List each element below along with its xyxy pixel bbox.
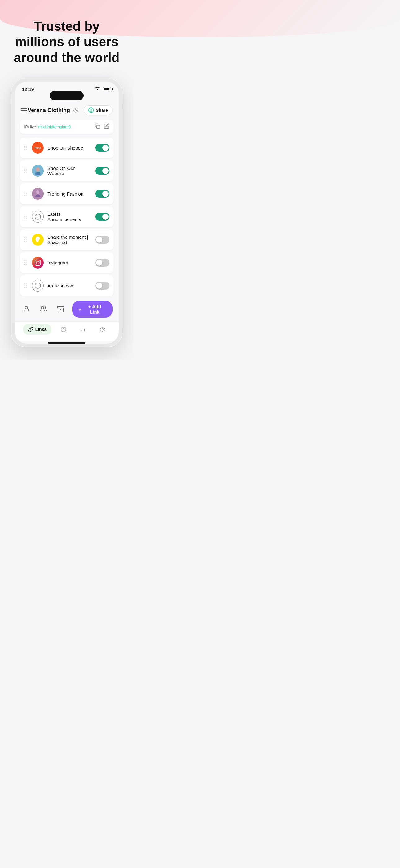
toggle-announcements[interactable] [95, 213, 109, 221]
toggle-shopee[interactable] [95, 144, 109, 152]
drag-handle[interactable] [24, 168, 28, 173]
announce-icon [32, 211, 44, 223]
toggle-fashion[interactable] [95, 190, 109, 198]
svg-rect-1 [97, 125, 100, 128]
battery-icon [103, 87, 111, 91]
share-button[interactable]: Share [84, 105, 112, 115]
app-header: Verana Clothing Share [14, 102, 119, 120]
hero-title: Trusted by millions of users around the … [0, 0, 133, 78]
phone-mockup: 12:19 Verana Clothing [11, 78, 123, 347]
svg-point-13 [36, 261, 39, 264]
instagram-icon [32, 257, 44, 269]
header-actions: Share [71, 105, 112, 115]
menu-line-1 [21, 108, 27, 108]
fashion-icon [32, 188, 44, 199]
link-label-announcements: Latest Announcements [47, 211, 92, 222]
design-nav-icon [61, 327, 66, 332]
link-label-shopee: Shop On Shopee [47, 145, 92, 151]
link-item-announcements: Latest Announcements [20, 207, 114, 227]
share-circle-icon [88, 107, 94, 113]
toggle-snapchat[interactable] [95, 236, 109, 244]
link-label-amazon: Amazon.com [47, 283, 92, 288]
link-item-instagram: Instagram [20, 252, 114, 273]
link-item-website: Shop On Our Website [20, 160, 114, 181]
status-bar: 12:19 [14, 82, 119, 92]
svg-point-8 [36, 190, 39, 194]
live-url-bar: It's live: nexl.ink/template3 [20, 120, 114, 134]
drag-handle[interactable] [24, 215, 28, 219]
drag-handle[interactable] [24, 191, 28, 196]
drag-handle[interactable] [24, 238, 28, 242]
archive-action-button[interactable] [55, 304, 66, 315]
status-time: 12:19 [22, 87, 34, 92]
nav-links-label: Links [35, 327, 47, 332]
dynamic-island [14, 91, 119, 100]
add-link-plus-icon: + [78, 307, 81, 312]
copy-icon[interactable] [95, 123, 100, 130]
menu-line-2 [21, 110, 27, 111]
svg-rect-12 [35, 260, 41, 266]
toggle-amazon[interactable] [95, 282, 109, 290]
live-bar-actions [95, 123, 109, 130]
status-icons [95, 86, 111, 92]
drag-handle[interactable] [24, 146, 28, 150]
bottom-nav: Links [14, 321, 119, 341]
link-item-amazon: Amazon.com [20, 275, 114, 296]
link-label-instagram: Instagram [47, 260, 92, 266]
link-label-snapchat: Share the moment | Snapchat [47, 235, 92, 245]
debug-button[interactable] [71, 105, 80, 115]
share-label: Share [96, 108, 108, 113]
app-title: Verana Clothing [28, 107, 70, 114]
preview-nav-icon [100, 327, 105, 332]
toggle-website[interactable] [95, 167, 109, 175]
link-item-shopee: Shop Shop On Shopee [20, 137, 114, 158]
svg-point-0 [75, 110, 76, 111]
nav-analytics[interactable] [75, 324, 91, 335]
svg-rect-20 [57, 306, 64, 308]
links-nav-icon [28, 327, 33, 332]
svg-point-14 [39, 261, 40, 262]
svg-point-19 [41, 306, 44, 309]
svg-point-18 [25, 306, 28, 309]
drag-handle[interactable] [24, 283, 28, 288]
menu-line-3 [21, 112, 27, 113]
wifi-icon [95, 86, 101, 92]
link-item-fashion: Trending Fashion [20, 183, 114, 204]
svg-point-22 [63, 329, 64, 330]
nav-design[interactable] [56, 324, 71, 335]
svg-rect-6 [35, 172, 40, 176]
website-icon [32, 165, 44, 177]
links-list: Shop Shop On Shopee [14, 137, 119, 296]
live-url[interactable]: nexl.ink/template3 [38, 124, 71, 129]
edit-icon[interactable] [104, 123, 109, 130]
snapchat-icon [32, 234, 44, 246]
bottom-action-bar: + + Add Link [14, 296, 119, 321]
menu-button[interactable] [21, 108, 27, 113]
drag-handle[interactable] [24, 260, 28, 265]
add-link-label: + Add Link [83, 304, 106, 314]
island-pill [49, 91, 84, 100]
svg-point-5 [36, 167, 40, 172]
toggle-instagram[interactable] [95, 258, 109, 267]
link-label-fashion: Trending Fashion [47, 191, 92, 196]
svg-point-26 [102, 329, 104, 330]
live-bar-prefix: It's live: nexl.ink/template3 [24, 124, 71, 129]
shopee-icon: Shop [32, 142, 44, 154]
link-label-website: Shop On Our Website [47, 165, 92, 176]
nav-preview[interactable] [95, 324, 110, 335]
amazon-icon [32, 280, 44, 291]
svg-text:Shop: Shop [35, 147, 41, 150]
group-action-button[interactable] [38, 304, 49, 315]
analytics-nav-icon [80, 327, 86, 332]
add-link-button[interactable]: + + Add Link [72, 301, 112, 318]
phone-screen: 12:19 Verana Clothing [14, 82, 119, 344]
home-indicator [48, 342, 85, 344]
profile-action-button[interactable] [21, 304, 32, 315]
link-item-snapchat: Share the moment | Snapchat [20, 229, 114, 250]
nav-links[interactable]: Links [23, 324, 52, 335]
